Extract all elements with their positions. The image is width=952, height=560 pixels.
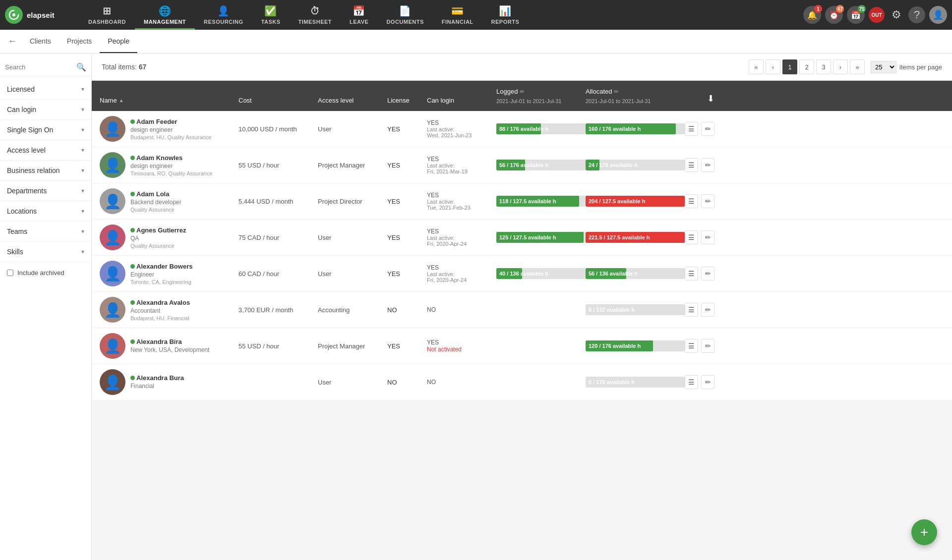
- person-logged: 56 / 176 available h: [496, 160, 586, 170]
- view-detail-button[interactable]: ☰: [685, 122, 698, 136]
- tab-projects[interactable]: Projects: [59, 30, 100, 53]
- edit-person-button[interactable]: ✏: [701, 194, 714, 208]
- nav-timesheet[interactable]: ⏱ TIMESHEET: [290, 0, 341, 30]
- add-person-fab[interactable]: +: [911, 519, 937, 545]
- nav-tasks[interactable]: ✅ TASKS: [252, 0, 290, 30]
- filter-access-level[interactable]: Access level ▾: [0, 140, 91, 161]
- page-last[interactable]: »: [850, 59, 865, 74]
- include-archived-checkbox[interactable]: [7, 270, 13, 276]
- status-dot: [130, 339, 135, 344]
- people-table: Name ▲ Cost Access level License Can log…: [92, 81, 952, 400]
- help-icon[interactable]: ?: [908, 6, 925, 23]
- person-cost: 3,700 EUR / month: [238, 306, 318, 314]
- filter-can-login[interactable]: Can login ▾: [0, 100, 91, 120]
- view-detail-button[interactable]: ☰: [685, 230, 698, 244]
- edit-person-button[interactable]: ✏: [701, 339, 714, 353]
- person-role: design engineer: [130, 163, 212, 169]
- search-area: 🔍: [0, 58, 91, 76]
- view-detail-button[interactable]: ☰: [685, 303, 698, 317]
- person-license: NO: [387, 379, 427, 386]
- view-detail-button[interactable]: ☰: [685, 375, 698, 389]
- logo[interactable]: elapseit: [5, 6, 74, 24]
- dashboard-icon: ⊞: [103, 5, 112, 17]
- svg-point-0: [12, 13, 15, 16]
- person-cell: 👤 Alexandra Bura Financial: [100, 369, 238, 395]
- edit-person-button[interactable]: ✏: [701, 230, 714, 244]
- edit-person-button[interactable]: ✏: [701, 267, 714, 280]
- edit-person-button[interactable]: ✏: [701, 375, 714, 389]
- edit-person-button[interactable]: ✏: [701, 122, 714, 136]
- edit-person-button[interactable]: ✏: [701, 158, 714, 172]
- nav-leave-label: LEAVE: [350, 19, 368, 25]
- nav-financial[interactable]: 💳 FINANCIAL: [433, 0, 482, 30]
- nav-dashboard-label: DASHBOARD: [88, 19, 126, 25]
- page-3[interactable]: 3: [816, 59, 831, 74]
- search-icon[interactable]: 🔍: [76, 62, 86, 72]
- search-input[interactable]: [5, 63, 76, 71]
- back-arrow-icon[interactable]: ←: [8, 36, 17, 47]
- person-cell: 👤 Agnes Gutierrez QA Quality Assurance: [100, 224, 238, 250]
- person-cost: 55 USD / hour: [238, 342, 318, 350]
- settings-icon[interactable]: ⚙: [889, 8, 904, 21]
- second-navigation: ← Clients Projects People: [0, 30, 952, 54]
- timer-badge[interactable]: ⏰ 47: [825, 6, 843, 24]
- nav-reports[interactable]: 📊 REPORTS: [482, 0, 529, 30]
- th-access-level[interactable]: Access level: [318, 95, 387, 106]
- view-detail-button[interactable]: ☰: [685, 158, 698, 172]
- out-badge[interactable]: OUT: [869, 7, 885, 23]
- view-detail-button[interactable]: ☰: [685, 267, 698, 280]
- view-detail-button[interactable]: ☰: [685, 194, 698, 208]
- page-next[interactable]: ›: [833, 59, 848, 74]
- nav-management[interactable]: 🌐 MANAGEMENT: [135, 0, 195, 30]
- page-prev[interactable]: ‹: [766, 59, 780, 74]
- resourcing-icon: 👤: [217, 5, 230, 17]
- logged-edit-icon[interactable]: ✏: [520, 88, 525, 95]
- filter-business-relation[interactable]: Business relation ▾: [0, 161, 91, 181]
- calendar-badge[interactable]: 📅 75: [847, 6, 865, 24]
- th-name[interactable]: Name ▲: [100, 95, 238, 106]
- nav-dashboard[interactable]: ⊞ DASHBOARD: [79, 0, 135, 30]
- th-license[interactable]: License: [387, 95, 427, 106]
- edit-person-button[interactable]: ✏: [701, 303, 714, 317]
- items-per-page-select[interactable]: 25 50 100: [871, 61, 896, 73]
- person-role: QA: [130, 235, 186, 242]
- table-row: 👤 Agnes Gutierrez QA Quality Assurance 7…: [92, 220, 952, 256]
- filter-single-sign-on[interactable]: Single Sign On ▾: [0, 120, 91, 140]
- download-icon[interactable]: ⬇: [707, 93, 714, 104]
- status-dot: [130, 156, 135, 160]
- person-access-level: User: [318, 270, 387, 278]
- logo-name: elapseit: [27, 11, 55, 19]
- filter-licensed[interactable]: Licensed ▾: [0, 79, 91, 100]
- filter-skills[interactable]: Skills ▾: [0, 242, 91, 262]
- financial-icon: 💳: [451, 5, 464, 17]
- nav-leave[interactable]: 📅 LEAVE: [341, 0, 377, 30]
- person-allocated: 120 / 176 available h: [586, 340, 685, 351]
- filter-locations[interactable]: Locations ▾: [0, 201, 91, 222]
- user-avatar[interactable]: 👤: [929, 6, 947, 24]
- view-detail-button[interactable]: ☰: [685, 339, 698, 353]
- include-archived-toggle[interactable]: Include archived: [0, 262, 91, 283]
- chevron-down-icon: ▾: [81, 208, 84, 215]
- filter-licensed-label: Licensed: [7, 85, 35, 93]
- page-first[interactable]: «: [749, 59, 764, 74]
- th-cost[interactable]: Cost: [238, 95, 318, 106]
- management-icon: 🌐: [159, 5, 172, 17]
- person-role: New York, USA, Development: [130, 346, 209, 353]
- person-allocated: 56 / 136 available h: [586, 268, 685, 279]
- page-2[interactable]: 2: [799, 59, 814, 74]
- allocated-edit-icon[interactable]: ✏: [614, 88, 619, 95]
- filter-departments[interactable]: Departments ▾: [0, 181, 91, 201]
- nav-resourcing[interactable]: 👤 RESOURCING: [195, 0, 252, 30]
- tab-people[interactable]: People: [100, 30, 137, 53]
- main-layout: 🔍 Licensed ▾ Can login ▾ Single Sign On …: [0, 54, 952, 560]
- filter-teams[interactable]: Teams ▾: [0, 222, 91, 242]
- notification-badge[interactable]: 🔔 1: [803, 6, 821, 24]
- main-content: Total items: 67 « ‹ 1 2 3 › » 25 50 100 …: [92, 54, 952, 560]
- page-1[interactable]: 1: [782, 59, 797, 74]
- th-logged[interactable]: Logged ✏ 2021-Jul-01 to 2021-Jul-31: [496, 86, 586, 106]
- nav-documents[interactable]: 📄 DOCUMENTS: [377, 0, 432, 30]
- th-allocated[interactable]: Allocated ✏ 2021-Jul-01 to 2021-Jul-31: [586, 86, 685, 106]
- tab-clients[interactable]: Clients: [22, 30, 59, 53]
- person-allocated: 0 / 176 available h: [586, 377, 685, 388]
- th-can-login[interactable]: Can login: [427, 95, 496, 106]
